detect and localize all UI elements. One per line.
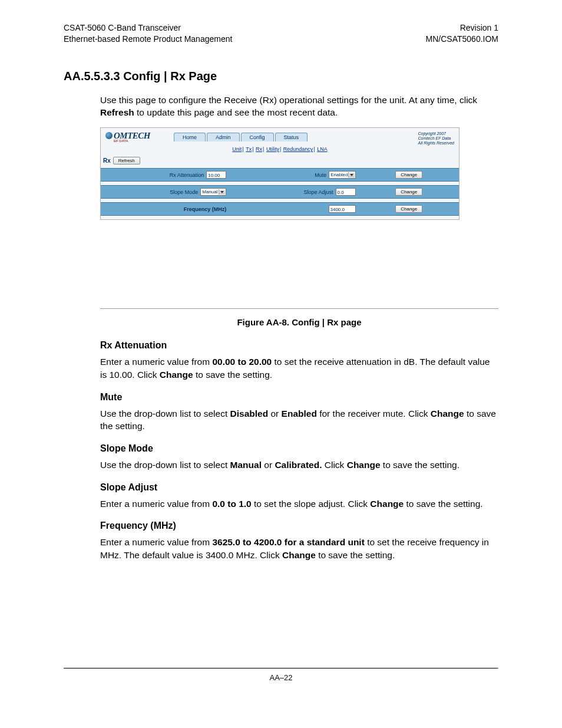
subtab-lna[interactable]: LNA bbox=[317, 146, 328, 152]
section-heading: AA.5.5.3.3 Config | Rx Page bbox=[64, 70, 498, 83]
figure-rule bbox=[100, 308, 498, 309]
subtab-tx[interactable]: Tx bbox=[246, 146, 252, 152]
heading-mute: Mute bbox=[100, 392, 498, 403]
subtab-rx[interactable]: Rx bbox=[256, 146, 262, 152]
para-rx-attenuation: Enter a numeric value from 00.00 to 20.0… bbox=[100, 355, 498, 381]
page-number: AA–22 bbox=[0, 673, 562, 682]
subtab-utility[interactable]: Utility bbox=[266, 146, 279, 152]
footer-rule bbox=[64, 668, 498, 669]
refresh-button[interactable]: Refresh bbox=[113, 157, 140, 164]
intro-paragraph: Use this page to configure the Receive (… bbox=[100, 94, 498, 119]
mute-select[interactable]: Enabled bbox=[329, 171, 355, 179]
page-header: CSAT-5060 C-Band Transceiver Ethernet-ba… bbox=[64, 22, 498, 45]
rx-attenuation-label: Rx Attenuation bbox=[170, 172, 204, 178]
slope-mode-select[interactable]: Manual bbox=[200, 188, 226, 196]
tab-admin[interactable]: Admin bbox=[207, 133, 240, 141]
sub-tabs: Unit| Tx| Rx| Utility| Redundancy| LNA bbox=[101, 146, 459, 152]
row-frequency: Frequency (MHz) 3400.0 Change bbox=[101, 202, 459, 216]
frequency-label: Frequency (MHz) bbox=[184, 206, 227, 212]
para-frequency: Enter a numeric value from 3625.0 to 420… bbox=[100, 536, 498, 561]
header-right-1: Revision 1 bbox=[426, 22, 498, 34]
heading-frequency: Frequency (MHz) bbox=[100, 521, 498, 531]
slope-adjust-input[interactable]: 0.0 bbox=[336, 188, 356, 196]
rx-section-label: Rx bbox=[103, 157, 111, 164]
tab-status[interactable]: Status bbox=[275, 133, 308, 141]
header-left-2: Ethernet-based Remote Product Management bbox=[64, 34, 232, 45]
change-button-row1[interactable]: Change bbox=[395, 171, 422, 179]
subtab-unit[interactable]: Unit bbox=[232, 146, 242, 152]
mute-label: Mute bbox=[315, 172, 326, 178]
row-slope: Slope Mode Manual Slope Adjust 0.0 Chang… bbox=[101, 185, 459, 199]
heading-slope-adjust: Slope Adjust bbox=[100, 482, 498, 493]
subtab-redundancy[interactable]: Redundancy bbox=[283, 146, 313, 152]
row-attenuation-mute: Rx Attenuation 10.00 Mute Enabled Change bbox=[101, 168, 459, 182]
heading-slope-mode: Slope Mode bbox=[100, 443, 498, 454]
slope-mode-label: Slope Mode bbox=[170, 189, 198, 195]
change-button-row2[interactable]: Change bbox=[395, 188, 422, 196]
header-left-1: CSAT-5060 C-Band Transceiver bbox=[64, 22, 232, 34]
copyright: Copyright 2007 Comtech EF Data All Right… bbox=[418, 131, 454, 145]
heading-rx-attenuation: Rx Attenuation bbox=[100, 340, 498, 351]
para-slope-mode: Use the drop-down list to select Manual … bbox=[100, 459, 498, 472]
para-slope-adjust: Enter a numeric value from 0.0 to 1.0 to… bbox=[100, 498, 498, 510]
change-button-row3[interactable]: Change bbox=[395, 205, 422, 213]
tab-config[interactable]: Config bbox=[241, 133, 274, 141]
logo: OMTECH EF DATA bbox=[105, 131, 150, 143]
tab-home[interactable]: Home bbox=[174, 133, 206, 141]
main-tabs: Home Admin Config Status bbox=[174, 133, 309, 141]
figure-config-rx: OMTECH EF DATA Home Admin Config Status … bbox=[100, 127, 498, 327]
globe-icon bbox=[105, 132, 113, 139]
frequency-input[interactable]: 3400.0 bbox=[329, 205, 356, 213]
rx-attenuation-input[interactable]: 10.00 bbox=[206, 171, 226, 179]
figure-caption: Figure AA-8. Config | Rx page bbox=[100, 317, 498, 327]
para-mute: Use the drop-down list to select Disable… bbox=[100, 407, 498, 433]
slope-adjust-label: Slope Adjust bbox=[303, 189, 333, 195]
header-right-2: MN/CSAT5060.IOM bbox=[426, 34, 498, 45]
